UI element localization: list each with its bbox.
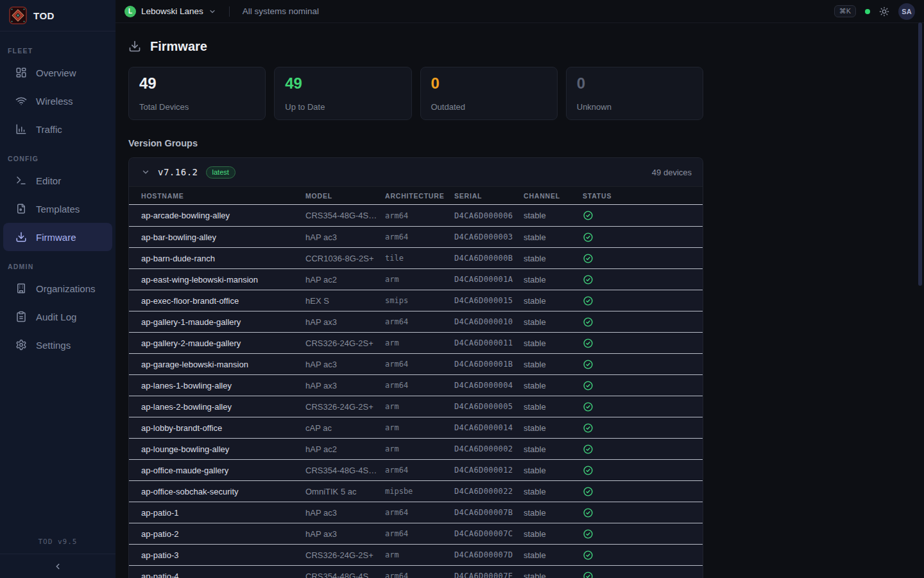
table-row[interactable]: ap-office-sobchak-security OmniTIK 5 ac …: [129, 480, 703, 502]
sidebar-footer: TOD v9.5: [0, 532, 116, 578]
table-row[interactable]: ap-lobby-brandt-office cAP ac arm D4CA6D…: [129, 417, 703, 438]
table-row[interactable]: ap-garage-lebowski-mansion hAP ac3 arm64…: [129, 353, 703, 374]
status-check-circle-icon: [583, 232, 594, 243]
cell-channel: stable: [524, 296, 583, 306]
table-header-row: Hostname Model Architecture Serial Chann…: [129, 186, 703, 205]
cell-architecture: arm64: [385, 572, 454, 578]
nav-section-admin: ADMIN: [0, 251, 116, 274]
cell-status: [583, 253, 703, 264]
table-row[interactable]: ap-lounge-bowling-alley hAP ac2 arm D4CA…: [129, 438, 703, 459]
table-row[interactable]: ap-arcade-bowling-alley CRS354-48G-4S+… …: [129, 205, 703, 226]
table-row[interactable]: ap-patio-3 CRS326-24G-2S+ arm D4CA6D0000…: [129, 544, 703, 565]
cell-serial: D4CA6D000014: [454, 423, 524, 432]
cell-serial: D4CA6D000002: [454, 444, 524, 453]
sidebar-item-wireless[interactable]: Wireless: [0, 87, 116, 115]
cell-model: hAP ac3: [305, 508, 385, 518]
user-avatar[interactable]: SA: [898, 3, 915, 20]
theme-toggle-sun-icon[interactable]: [879, 6, 889, 17]
table-row[interactable]: ap-east-wing-lebowski-mansion hAP ac2 ar…: [129, 268, 703, 290]
table-row[interactable]: ap-patio-1 hAP ac3 arm64 D4CA6D00007B st…: [129, 502, 703, 523]
table-row[interactable]: ap-barn-dude-ranch CCR1036-8G-2S+ tile D…: [129, 247, 703, 268]
clipboard-icon: [15, 311, 27, 322]
cell-status: [583, 401, 703, 412]
sidebar-item-organizations[interactable]: Organizations: [0, 274, 116, 302]
sidebar-item-firmware[interactable]: Firmware: [3, 223, 112, 251]
cell-architecture: arm64: [385, 317, 454, 326]
sidebar-item-label: Editor: [36, 175, 61, 186]
status-check-circle-icon: [583, 274, 594, 285]
cell-serial: D4CA6D000022: [454, 487, 524, 496]
table-row[interactable]: ap-bar-bowling-alley hAP ac3 arm64 D4CA6…: [129, 226, 703, 247]
command-palette-shortcut[interactable]: ⌘K: [834, 5, 856, 17]
sidebar-item-audit-log[interactable]: Audit Log: [0, 302, 116, 331]
table-row[interactable]: ap-patio-4 CRS354-48G-4S+… arm64 D4CA6D0…: [129, 565, 703, 578]
cell-hostname: ap-lounge-bowling-alley: [141, 444, 305, 454]
cell-architecture: arm64: [385, 466, 454, 475]
cell-channel: stable: [524, 317, 583, 327]
nav-section-config: CONFIG: [0, 143, 116, 166]
topbar: L Lebowski Lanes All systems nominal ⌘K …: [116, 0, 924, 23]
cell-channel: stable: [524, 381, 583, 390]
cell-architecture: arm: [385, 444, 454, 453]
cell-model: OmniTIK 5 ac: [305, 487, 385, 496]
stat-value: 49: [139, 75, 255, 92]
cell-hostname: ap-patio-1: [141, 508, 305, 518]
sidebar-item-label: Wireless: [36, 96, 73, 107]
cell-model: CCR1036-8G-2S+: [305, 254, 385, 263]
cell-channel: stable: [524, 444, 583, 454]
cell-model: hAP ac2: [305, 444, 385, 454]
cell-architecture: arm64: [385, 381, 454, 390]
sidebar-item-traffic[interactable]: Traffic: [0, 115, 116, 143]
cell-serial: D4CA6D000003: [454, 232, 524, 241]
table-row[interactable]: ap-patio-2 hAP ax3 arm64 D4CA6D00007C st…: [129, 523, 703, 544]
scrollbar-thumb[interactable]: [918, 22, 922, 286]
sidebar: TOD FLEET Overview Wireless Traffic CONF…: [0, 0, 116, 578]
org-switcher[interactable]: L Lebowski Lanes: [124, 6, 216, 17]
table-row[interactable]: ap-office-maude-gallery CRS354-48G-4S+… …: [129, 459, 703, 480]
cell-model: hAP ax3: [305, 529, 385, 539]
sidebar-item-label: Audit Log: [36, 311, 76, 322]
column-header-hostname: Hostname: [141, 192, 305, 200]
system-status: All systems nominal: [243, 6, 319, 16]
table-row[interactable]: ap-gallery-1-maude-gallery hAP ax3 arm64…: [129, 311, 703, 332]
table-row[interactable]: ap-exec-floor-brandt-office hEX S smips …: [129, 290, 703, 311]
cell-serial: D4CA6D00007C: [454, 529, 524, 538]
cell-status: [583, 295, 703, 306]
sidebar-item-editor[interactable]: Editor: [0, 166, 116, 195]
page-title: Firmware: [150, 39, 207, 54]
sidebar-item-settings[interactable]: Settings: [0, 331, 116, 359]
sidebar-item-label: Settings: [36, 340, 71, 351]
version-group-header[interactable]: v7.16.2 latest 49 devices: [129, 158, 703, 186]
cell-serial: D4CA6D000011: [454, 338, 524, 347]
cell-channel: stable: [524, 487, 583, 496]
status-check-circle-icon: [583, 401, 594, 412]
sidebar-item-overview[interactable]: Overview: [0, 58, 116, 87]
table-body: ap-arcade-bowling-alley CRS354-48G-4S+… …: [129, 205, 703, 578]
status-check-circle-icon: [583, 317, 594, 328]
sidebar-item-templates[interactable]: Templates: [0, 195, 116, 223]
stat-value: 0: [431, 75, 547, 92]
cell-hostname: ap-lanes-2-bowling-alley: [141, 402, 305, 412]
status-check-circle-icon: [583, 571, 594, 578]
cell-model: cAP ac: [305, 423, 385, 433]
cell-serial: D4CA6D00007B: [454, 508, 524, 517]
cell-status: [583, 338, 703, 349]
stat-label: Up to Date: [285, 102, 400, 112]
brand-name: TOD: [33, 10, 55, 21]
stat-value: 0: [577, 75, 692, 92]
cell-serial: D4CA6D000004: [454, 381, 524, 390]
cell-channel: stable: [524, 508, 583, 518]
brand-header: TOD: [0, 0, 116, 31]
table-row[interactable]: ap-gallery-2-maude-gallery CRS326-24G-2S…: [129, 332, 703, 353]
cell-hostname: ap-patio-2: [141, 529, 305, 539]
cell-channel: stable: [524, 529, 583, 539]
table-row[interactable]: ap-lanes-1-bowling-alley hAP ax3 arm64 D…: [129, 374, 703, 396]
status-check-circle-icon: [583, 253, 594, 264]
file-icon: [15, 203, 27, 215]
sidebar-nav: FLEET Overview Wireless Traffic CONFIG E…: [0, 31, 116, 532]
sidebar-collapse-button[interactable]: [0, 554, 116, 578]
sidebar-item-label: Templates: [36, 204, 80, 215]
table-row[interactable]: ap-lanes-2-bowling-alley CRS326-24G-2S+ …: [129, 396, 703, 417]
cell-channel: stable: [524, 338, 583, 348]
cell-channel: stable: [524, 402, 583, 412]
